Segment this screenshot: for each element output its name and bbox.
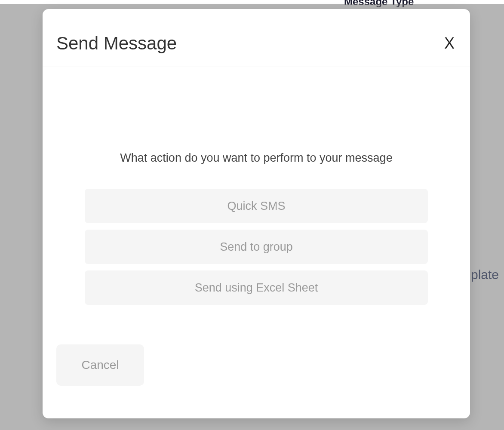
- send-message-modal: Send Message X What action do you want t…: [43, 9, 470, 418]
- modal-body: What action do you want to perform to yo…: [43, 67, 470, 344]
- quick-sms-button[interactable]: Quick SMS: [85, 189, 428, 223]
- modal-header: Send Message X: [43, 9, 470, 67]
- close-button[interactable]: X: [443, 36, 456, 51]
- modal-prompt: What action do you want to perform to yo…: [120, 151, 392, 165]
- send-using-excel-button[interactable]: Send using Excel Sheet: [85, 270, 428, 305]
- cancel-button[interactable]: Cancel: [56, 344, 144, 386]
- modal-header-inner: Send Message X: [56, 33, 456, 54]
- modal-title: Send Message: [56, 33, 177, 54]
- send-to-group-button[interactable]: Send to group: [85, 230, 428, 264]
- modal-footer: Cancel: [43, 344, 470, 418]
- option-buttons-container: Quick SMS Send to group Send using Excel…: [85, 189, 428, 305]
